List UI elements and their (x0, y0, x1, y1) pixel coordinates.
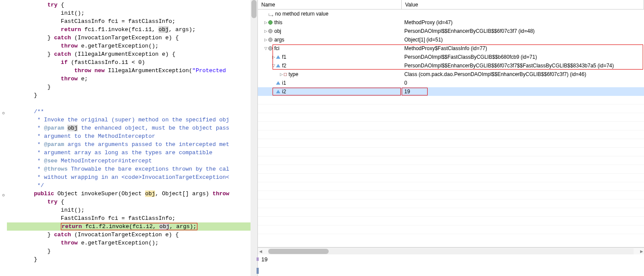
variable-row[interactable]: ▷typeClass (com.pack.dao.PersonDAOImpl$$… (258, 70, 644, 79)
field-icon (276, 81, 280, 85)
variable-name: f2 (282, 61, 286, 70)
code-line[interactable]: try { (7, 198, 251, 206)
empty-row (258, 105, 644, 113)
empty-row (258, 113, 644, 122)
code-line[interactable]: * argument array as long as the types ar… (7, 149, 251, 157)
variable-row[interactable]: ▽f2PersonDAOImpl$$EnhancerByCGLIB$$6f07c… (258, 61, 644, 70)
code-line[interactable]: return fci.f2.invoke(fci.i2, obj, args); (7, 222, 251, 231)
variable-value: MethodProxy (id=47) (402, 18, 644, 27)
variable-row[interactable]: ▷f1PersonDAOImpl$$FastClassByCGLIB$$b680… (258, 53, 644, 61)
column-header-value[interactable]: Value (402, 0, 644, 9)
variables-tree[interactable]: ⮡no method return value▷thisMethodProxy … (258, 10, 644, 247)
code-line[interactable]: throw e.getTargetException(); (7, 239, 251, 247)
variable-row[interactable]: ▷objPersonDAOImpl$$EnhancerByCGLIB$$6f07… (258, 27, 644, 35)
variables-detail-section: ◀ ▶ 19 (258, 247, 644, 276)
empty-row (258, 96, 644, 105)
fold-gutter[interactable]: ⊖⊖ (0, 0, 7, 276)
column-header-name[interactable]: Name (258, 0, 402, 9)
code-line[interactable]: } catch (InvocationTargetException e) { (7, 34, 251, 42)
code-line[interactable]: } (7, 91, 251, 99)
code-line[interactable]: init(); (7, 9, 251, 17)
empty-row (258, 225, 644, 234)
variable-row[interactable]: ▷thisMethodProxy (id=47) (258, 18, 644, 27)
code-line[interactable]: * @throws Throwable the bare exceptions … (7, 165, 251, 173)
code-line[interactable]: throw e; (7, 75, 251, 83)
code-line[interactable]: * @param obj the enhanced object, must b… (7, 124, 251, 132)
code-line[interactable]: /** (7, 108, 251, 116)
variable-name: obj (274, 27, 281, 35)
variable-value: Class (com.pack.dao.PersonDAOImpl$$Enhan… (402, 70, 644, 79)
expand-toggle-icon[interactable]: ▷ (271, 53, 276, 61)
empty-row (258, 130, 644, 139)
variable-row[interactable]: ▷argsObject[1] (id=51) (258, 35, 644, 44)
code-line[interactable]: return fci.f1.invoke(fci.i1, obj, args); (7, 25, 251, 34)
code-line[interactable]: * argument to the MethodInterceptor (7, 132, 251, 140)
expand-toggle-icon[interactable]: ▷ (279, 70, 284, 79)
variable-name: this (274, 18, 282, 27)
variable-name: type (289, 70, 298, 79)
code-line[interactable] (7, 263, 251, 272)
no-return-value-row[interactable]: ⮡no method return value (258, 10, 644, 18)
empty-row (258, 182, 644, 191)
expand-toggle-icon[interactable]: ▷ (263, 35, 268, 44)
empty-row (258, 139, 644, 148)
code-line[interactable]: */ (7, 181, 251, 190)
expand-toggle-icon[interactable]: ▷ (263, 27, 268, 35)
horizontal-scrollbar[interactable]: ◀ ▶ (258, 247, 644, 254)
variable-name: args (274, 35, 284, 44)
code-line[interactable]: } catch (InvocationTargetException e) { (7, 231, 251, 239)
code-area[interactable]: ⊖⊖ try { init(); FastClassInfo fci = fas… (0, 0, 251, 276)
empty-row (258, 174, 644, 182)
code-line[interactable] (7, 99, 251, 108)
empty-row (258, 191, 644, 200)
variable-value: PersonDAOImpl$$FastClassByCGLIB$$b680fcb… (402, 53, 644, 61)
code-line[interactable]: } (7, 83, 251, 91)
variable-name: i2 (282, 87, 286, 96)
fold-toggle-icon[interactable]: ⊖ (1, 191, 6, 196)
variable-name: fci (274, 44, 279, 53)
code-line[interactable]: * without wrapping in an <code>Invocatio… (7, 173, 251, 181)
variable-detail-value[interactable]: 19 (258, 254, 644, 276)
variable-name: i1 (282, 79, 286, 87)
expand-toggle-icon[interactable]: ▽ (263, 44, 268, 53)
empty-row (258, 122, 644, 130)
code-line[interactable]: } (7, 247, 251, 255)
field-icon (284, 73, 287, 76)
code-line[interactable]: } catch (IllegalArgumentException e) { (7, 50, 251, 58)
empty-row (258, 148, 644, 156)
local-var-icon (268, 29, 273, 33)
code-line[interactable]: throw new IllegalArgumentException("Prot… (7, 67, 251, 75)
code-line[interactable]: try { (7, 1, 251, 9)
code-line[interactable]: public Object invokeSuper(Object obj, Ob… (7, 190, 251, 198)
empty-row (258, 208, 644, 217)
code-line[interactable]: } (7, 255, 251, 263)
this-object-icon (268, 20, 273, 25)
local-var-icon (268, 46, 273, 51)
variable-value: PersonDAOImpl$$EnhancerByCGLIB$$6f07c3f7… (402, 27, 644, 35)
variable-value: Object[1] (id=51) (402, 35, 644, 44)
scrollbar-thumb[interactable] (268, 249, 329, 254)
no-return-label: no method return value (275, 10, 328, 18)
expand-toggle-icon[interactable]: ▷ (263, 18, 268, 27)
code-line[interactable]: if (fastClassInfo.i1 < 0) (7, 58, 251, 67)
code-line[interactable]: FastClassInfo fci = fastClassInfo; (7, 214, 251, 222)
field-icon (276, 55, 280, 59)
variable-row[interactable]: ▽fciMethodProxy$FastClassInfo (id=77) (258, 44, 644, 53)
variable-name: f1 (282, 53, 286, 61)
empty-row (258, 156, 644, 165)
local-var-icon (268, 38, 273, 42)
code-line[interactable]: throw e.getTargetException(); (7, 42, 251, 50)
fold-toggle-icon[interactable]: ⊖ (1, 109, 6, 114)
code-editor-panel: ⊖⊖ try { init(); FastClassInfo fci = fas… (0, 0, 258, 276)
code-line[interactable]: init(); (7, 206, 251, 214)
empty-row (258, 165, 644, 174)
code-line[interactable]: * @param args the arguments passed to th… (7, 140, 251, 149)
expand-toggle-icon[interactable]: ▽ (271, 61, 276, 70)
variable-row[interactable]: i10 (258, 79, 644, 87)
code-line[interactable]: * @see MethodInterceptor#intercept (7, 157, 251, 165)
scroll-right-icon[interactable]: ▶ (639, 249, 644, 254)
scrollbar-thumb[interactable] (251, 0, 257, 18)
code-line[interactable]: * Invoke the original (super) method on … (7, 116, 251, 124)
variable-row[interactable]: i219 (258, 87, 644, 96)
code-line[interactable]: FastClassInfo fci = fastClassInfo; (7, 17, 251, 25)
